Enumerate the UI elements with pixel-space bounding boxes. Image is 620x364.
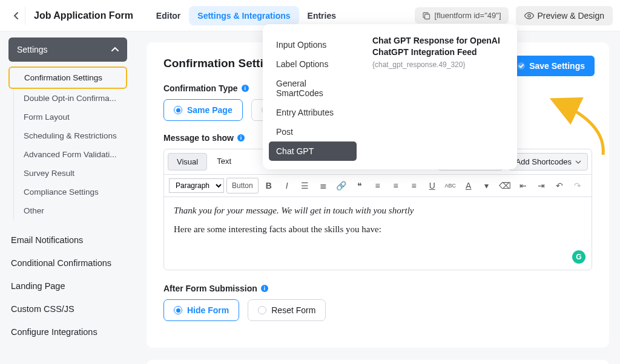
eye-icon xyxy=(524,12,534,19)
sidebar-sub-list: Confirmation Settings Double Opt-in Conf… xyxy=(8,67,127,220)
indent-icon[interactable]: ⇥ xyxy=(533,178,549,193)
grammarly-icon[interactable]: G xyxy=(572,250,585,264)
pop-cat-label-options[interactable]: Label Options xyxy=(269,54,357,74)
chevron-left-icon xyxy=(13,11,19,20)
option-hide-form[interactable]: Hide Form xyxy=(163,299,239,321)
preview-label: Preview & Design xyxy=(538,11,605,21)
link-icon[interactable]: 🔗 xyxy=(334,178,349,193)
sidebar-item-survey-result[interactable]: Survey Result xyxy=(13,164,127,183)
align-right-icon[interactable]: ≡ xyxy=(406,178,422,193)
preview-design-button[interactable]: Preview & Design xyxy=(516,6,613,25)
message-line-1: Thank you for your message. We will get … xyxy=(174,206,582,216)
pop-cat-input-options[interactable]: Input Options xyxy=(269,35,357,54)
svg-rect-1 xyxy=(425,14,430,19)
info-icon[interactable]: i xyxy=(242,85,249,92)
sidebar-item-confirmation-settings[interactable]: Confirmation Settings xyxy=(8,67,127,89)
message-line-2: Here are some interesting facts about th… xyxy=(174,224,582,235)
save-label: Save Settings xyxy=(529,61,585,71)
chevron-up-icon xyxy=(111,47,119,52)
chevron-down-icon[interactable]: ▾ xyxy=(479,178,495,193)
button-insert[interactable]: Button xyxy=(226,178,259,193)
editor-content[interactable]: Thank you for your message. We will get … xyxy=(164,197,592,270)
svg-point-2 xyxy=(527,14,530,16)
sidebar-settings-toggle[interactable]: Settings xyxy=(8,37,127,62)
strike-icon[interactable]: ABC xyxy=(443,178,458,193)
radio-icon xyxy=(258,306,266,314)
sidebar-item-custom-css-js[interactable]: Custom CSS/JS xyxy=(8,297,127,320)
editor-tab-visual[interactable]: Visual xyxy=(168,153,207,171)
outdent-icon[interactable]: ⇤ xyxy=(515,178,531,193)
after-submission-options: Hide Form Reset Form xyxy=(163,299,592,321)
editor-toolbar: Paragraph Button B I ☰ ≣ 🔗 ❝ ≡ ≡ ≡ U ABC… xyxy=(164,175,592,197)
option-label: Same Page xyxy=(187,105,232,115)
align-left-icon[interactable]: ≡ xyxy=(370,178,386,193)
sidebar-item-compliance[interactable]: Compliance Settings xyxy=(13,183,127,201)
italic-icon[interactable]: I xyxy=(279,178,295,193)
text-color-icon[interactable]: A xyxy=(461,178,477,193)
bullet-list-icon[interactable]: ☰ xyxy=(297,178,313,193)
shortcode-chip[interactable]: [fluentform id="49"] xyxy=(415,7,508,24)
pop-cat-post[interactable]: Post xyxy=(269,122,357,141)
popover-right-title: Chat GPT Response for OpenAI ChatGPT Int… xyxy=(372,35,507,58)
popover-right-code: {chat_gpt_response.49_320} xyxy=(372,60,507,69)
chevron-down-icon xyxy=(575,160,581,164)
shortcode-text: [fluentform id="49"] xyxy=(434,11,501,20)
redo-icon[interactable]: ↷ xyxy=(570,178,585,193)
copy-icon xyxy=(422,11,430,20)
align-center-icon[interactable]: ≡ xyxy=(388,178,404,193)
popover-detail[interactable]: Chat GPT Response for OpenAI ChatGPT Int… xyxy=(363,24,517,169)
sidebar-item-scheduling[interactable]: Scheduling & Restrictions xyxy=(13,126,127,145)
back-button[interactable] xyxy=(7,7,25,25)
sidebar-top-list: Email Notifications Conditional Confirma… xyxy=(8,229,127,343)
option-reset-form[interactable]: Reset Form xyxy=(248,299,326,321)
double-optin-panel: Double Optin Confirmation xyxy=(147,360,609,364)
info-icon[interactable]: i xyxy=(261,285,268,292)
sidebar-item-other[interactable]: Other xyxy=(13,201,127,220)
quote-icon[interactable]: ❝ xyxy=(352,178,368,193)
radio-icon xyxy=(174,306,182,314)
underline-icon[interactable]: U xyxy=(424,178,440,193)
numbered-list-icon[interactable]: ≣ xyxy=(315,178,331,193)
option-same-page[interactable]: Same Page xyxy=(163,99,243,121)
sidebar: Settings Confirmation Settings Double Op… xyxy=(0,31,136,364)
pop-cat-entry-attributes[interactable]: Entry Attributes xyxy=(269,103,357,122)
sidebar-item-double-optin[interactable]: Double Opt-in Confirma... xyxy=(13,89,127,108)
pop-cat-general-smartcodes[interactable]: General SmartCodes xyxy=(269,74,357,103)
paragraph-select[interactable]: Paragraph xyxy=(169,178,224,193)
option-label: Hide Form xyxy=(187,305,229,315)
sidebar-item-conditional-confirmations[interactable]: Conditional Confirmations xyxy=(8,252,127,275)
editor-tab-text[interactable]: Text xyxy=(208,153,240,171)
tab-editor[interactable]: Editor xyxy=(148,6,189,25)
popover-categories: Input Options Label Options General Smar… xyxy=(263,24,363,169)
sidebar-header-label: Settings xyxy=(17,45,48,54)
bold-icon[interactable]: B xyxy=(261,178,277,193)
label-after-submission: After Form Submission i xyxy=(163,284,592,293)
sidebar-item-advanced-validation[interactable]: Advanced Form Validati... xyxy=(13,145,127,164)
info-icon[interactable]: i xyxy=(237,134,245,141)
shortcodes-popover: Input Options Label Options General Smar… xyxy=(263,24,517,169)
pop-cat-chat-gpt[interactable]: Chat GPT xyxy=(269,141,357,161)
check-circle-icon xyxy=(517,62,526,70)
sidebar-item-configure-integrations[interactable]: Configure Integrations xyxy=(8,320,127,343)
tab-settings[interactable]: Settings & Integrations xyxy=(189,6,298,25)
add-shortcodes-button[interactable]: Add Shortcodes xyxy=(509,153,588,171)
tab-entries[interactable]: Entries xyxy=(299,6,345,25)
sidebar-item-form-layout[interactable]: Form Layout xyxy=(13,108,127,126)
clear-format-icon[interactable]: ⌫ xyxy=(497,178,513,193)
sidebar-item-email-notifications[interactable]: Email Notifications xyxy=(8,229,127,252)
form-title: Job Application Form xyxy=(34,10,133,21)
option-label: Reset Form xyxy=(271,305,315,315)
sidebar-item-landing-page[interactable]: Landing Page xyxy=(8,275,127,297)
undo-icon[interactable]: ↶ xyxy=(552,178,567,193)
radio-icon xyxy=(174,106,182,114)
add-shortcodes-label: Add Shortcodes xyxy=(515,157,572,166)
save-settings-button[interactable]: Save Settings xyxy=(507,56,595,76)
